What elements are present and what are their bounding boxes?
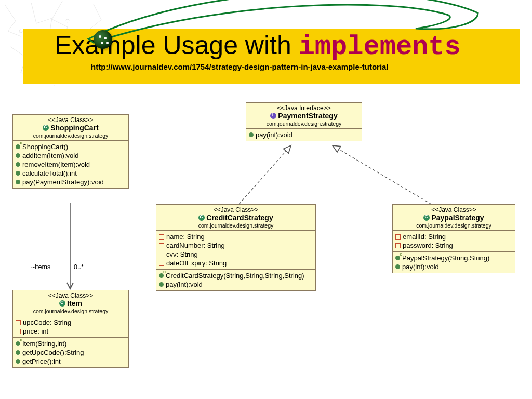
- attribute: cardNumber: String: [166, 242, 225, 249]
- attribute: cvv: String: [166, 250, 198, 258]
- title-text: Example Usage with: [55, 31, 299, 60]
- class-icon: [423, 215, 430, 221]
- bullet-decoration: [94, 30, 112, 49]
- method: pay(int):void: [166, 281, 203, 288]
- stereotype: <<Java Interface>>: [249, 104, 358, 112]
- package-name: com.journaldev.design.strategy: [16, 308, 125, 314]
- method-icon: [16, 171, 20, 176]
- class-icon: [59, 300, 65, 307]
- methods-section: Item(String,int) getUpcCode():String get…: [13, 338, 128, 367]
- class-name: Item: [67, 299, 82, 308]
- attribute-icon: [159, 234, 164, 240]
- methods-section: CreditCardStrategy(String,String,String,…: [156, 270, 315, 290]
- association-multiplicity: 0..*: [74, 263, 84, 271]
- constructor-icon: [16, 144, 20, 149]
- svg-line-7: [332, 145, 431, 204]
- svg-point-0: [19, 30, 22, 33]
- methods-section: pay(int):void: [246, 129, 362, 141]
- uml-class-paypalstrategy: <<Java Class>> PaypalStrategy com.journa…: [392, 204, 515, 273]
- svg-point-1: [66, 19, 69, 22]
- uml-interface-paymentstrategy: <<Java Interface>> PaymentStrategy com.j…: [246, 102, 362, 141]
- method-icon: [395, 264, 400, 269]
- attribute-icon: [159, 243, 164, 248]
- attribute: password: String: [403, 242, 453, 249]
- method: CreditCardStrategy(String,String,String,…: [166, 272, 304, 280]
- stereotype: <<Java Class>>: [16, 116, 125, 124]
- class-name: ShoppingCart: [50, 124, 99, 132]
- stereotype: <<Java Class>>: [159, 206, 312, 214]
- method: getUpcCode():String: [22, 349, 84, 356]
- methods-section: ShoppingCart() addItem(Item):void remove…: [13, 141, 128, 188]
- attribute-icon: [159, 252, 164, 257]
- class-name: PaymentStrategy: [278, 112, 337, 120]
- attribute: dateOfExpiry: String: [166, 259, 227, 267]
- method-icon: [16, 153, 20, 158]
- source-url: http://www.journaldev.com/1754/strategy-…: [55, 62, 520, 71]
- attribute-icon: [159, 261, 164, 266]
- method-icon: [249, 132, 254, 137]
- stereotype: <<Java Class>>: [396, 206, 512, 214]
- class-icon: [43, 125, 49, 131]
- package-name: com.journaldev.design.strategy: [159, 222, 312, 229]
- attribute-icon: [16, 320, 21, 325]
- title-keyword: implements: [299, 32, 461, 62]
- method-icon: [16, 359, 20, 364]
- constructor-icon: [159, 273, 164, 278]
- constructor-icon: [16, 341, 20, 346]
- class-name: CreditCardStrategy: [206, 214, 273, 222]
- package-name: com.journaldev.design.strategy: [16, 132, 125, 139]
- attributes-section: upcCode: String price: int: [13, 316, 128, 338]
- attribute: emailId: String: [403, 233, 446, 241]
- method: calculateTotal():int: [22, 169, 77, 177]
- method: pay(PaymentStrategy):void: [22, 178, 104, 186]
- stereotype: <<Java Class>>: [16, 292, 125, 299]
- method: Item(String,int): [22, 340, 66, 348]
- attribute-icon: [395, 234, 401, 240]
- class-icon: [198, 215, 205, 221]
- attribute: name: String: [166, 233, 205, 241]
- method: getPrice():int: [22, 357, 61, 365]
- attributes-section: name: String cardNumber: String cvv: Str…: [156, 231, 315, 270]
- method-icon: [16, 350, 20, 355]
- class-name: PaypalStrategy: [431, 214, 484, 222]
- method: pay(int):void: [402, 263, 439, 271]
- method-icon: [159, 282, 164, 287]
- method: pay(int):void: [256, 131, 292, 139]
- method: ShoppingCart(): [22, 143, 68, 151]
- method: PaypalStrategy(String,String): [402, 254, 489, 262]
- package-name: com.journaldev.design.strategy: [396, 222, 512, 229]
- package-name: com.journaldev.design.strategy: [249, 121, 358, 127]
- methods-section: PaypalStrategy(String,String) pay(int):v…: [393, 252, 515, 273]
- attributes-section: emailId: String password: String: [393, 231, 515, 252]
- attribute: upcCode: String: [23, 318, 71, 326]
- method-icon: [16, 162, 20, 167]
- association-role: ~items: [31, 263, 50, 271]
- attribute: price: int: [23, 327, 48, 335]
- method: addItem(Item):void: [22, 152, 78, 159]
- constructor-icon: [395, 256, 400, 260]
- method: removeItem(Item):void: [22, 161, 90, 168]
- uml-class-item: <<Java Class>> Item com.journaldev.desig…: [12, 290, 129, 368]
- uml-class-shoppingcart: <<Java Class>> ShoppingCart com.journald…: [12, 114, 129, 189]
- attribute-icon: [395, 243, 401, 248]
- page-title: Example Usage with implements: [55, 29, 520, 62]
- svg-line-6: [239, 145, 291, 204]
- method-icon: [16, 180, 20, 184]
- uml-class-creditcardstrategy: <<Java Class>> CreditCardStrategy com.jo…: [156, 204, 316, 291]
- attribute-icon: [16, 329, 21, 334]
- interface-icon: [270, 113, 276, 119]
